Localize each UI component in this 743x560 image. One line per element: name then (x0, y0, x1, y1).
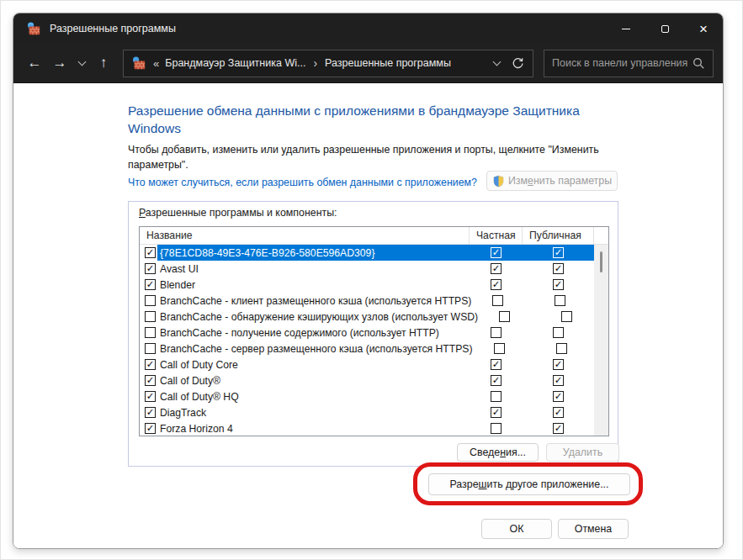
column-header-private[interactable]: Частная (470, 227, 523, 244)
close-button[interactable]: × (684, 13, 723, 44)
public-cell: ✓ (523, 263, 594, 274)
program-checkbox[interactable]: ✓ (145, 263, 156, 274)
program-name: DiagTrack (157, 407, 470, 419)
public-cell (524, 295, 596, 306)
program-checkbox[interactable] (145, 311, 156, 322)
list-item[interactable]: ✓Blender✓✓ (140, 277, 594, 293)
list-item[interactable]: ✓DiagTrack✓✓ (140, 404, 594, 420)
program-checkbox[interactable]: ✓ (145, 407, 156, 418)
program-checkbox[interactable]: ✓ (145, 375, 156, 386)
list-item[interactable]: BranchCache - сервер размещенного кэша (… (140, 341, 594, 357)
program-checkbox[interactable]: ✓ (145, 423, 156, 434)
allow-another-app-button[interactable]: Разрешить другое приложение... (428, 473, 630, 495)
private-checkbox[interactable]: ✓ (491, 247, 502, 258)
program-checkbox[interactable] (145, 295, 156, 306)
program-name: Call of Duty Core (157, 359, 470, 371)
program-name: BranchCache - клиент размещенного кэша (… (157, 295, 471, 307)
recent-pages-chevron[interactable] (72, 55, 91, 71)
private-checkbox[interactable] (491, 327, 502, 338)
private-cell (470, 327, 523, 338)
refresh-icon (512, 57, 524, 70)
scrollbar-thumb[interactable] (600, 251, 602, 272)
program-checkbox[interactable]: ✓ (145, 391, 156, 402)
list-item[interactable]: ✓Avast UI✓✓ (140, 261, 594, 277)
public-cell: ✓ (523, 247, 594, 258)
private-cell: ✓ (470, 407, 523, 418)
search-input[interactable] (552, 57, 693, 69)
private-checkbox[interactable]: ✓ (491, 263, 502, 274)
program-checkbox[interactable]: ✓ (145, 359, 156, 370)
row-highlight: BranchCache - сервер размещенного кэша (… (157, 341, 597, 357)
list-item[interactable]: ✓Call of Duty® HQ✓ (140, 388, 594, 404)
public-checkbox[interactable] (555, 295, 565, 306)
public-checkbox[interactable]: ✓ (553, 263, 564, 274)
close-icon: × (699, 22, 708, 36)
public-checkbox[interactable] (553, 327, 564, 338)
breadcrumb-parent[interactable]: Брандмауэр Защитника Wi... (165, 57, 305, 69)
forward-button[interactable]: → (47, 55, 72, 71)
list-item[interactable]: ✓Call of Duty Core✓✓ (140, 357, 594, 372)
address-bar[interactable]: « Брандмауэр Защитника Wi... › Разрешенн… (123, 50, 533, 77)
maximize-button[interactable] (645, 13, 684, 44)
public-cell: ✓ (523, 359, 594, 370)
list-item[interactable]: BranchCache - клиент размещенного кэша (… (140, 293, 594, 309)
list-item[interactable]: ✓Call of Duty®✓✓ (140, 372, 594, 388)
address-dropdown-button[interactable] (494, 55, 500, 71)
private-cell: ✓ (470, 375, 523, 386)
refresh-button[interactable] (512, 57, 524, 70)
program-checkbox[interactable] (145, 327, 156, 338)
list-item[interactable]: BranchCache - получение содержимого (исп… (140, 325, 594, 341)
help-link[interactable]: Что может случиться, если разрешить обме… (128, 177, 477, 188)
private-checkbox[interactable] (491, 423, 502, 434)
public-checkbox[interactable]: ✓ (553, 279, 564, 290)
public-checkbox[interactable]: ✓ (553, 375, 564, 386)
page-content: Разрешение обмена данными с приложениями… (13, 83, 723, 549)
public-checkbox[interactable]: ✓ (553, 359, 564, 370)
row-highlight: {78E1CD88-49E3-476E-B926-580E596AD309}✓✓ (157, 245, 594, 261)
public-cell: ✓ (523, 375, 594, 386)
row-highlight: Call of Duty®✓✓ (157, 372, 594, 388)
program-checkbox[interactable] (145, 343, 156, 354)
private-checkbox[interactable] (499, 311, 510, 322)
public-checkbox[interactable] (561, 311, 572, 322)
private-checkbox[interactable] (491, 391, 502, 402)
breadcrumb-overflow-icon[interactable]: « (153, 57, 159, 70)
page-description: Чтобы добавить, изменить или удалить раз… (128, 142, 620, 172)
vertical-scrollbar[interactable] (594, 245, 608, 436)
column-header-name[interactable]: Название (140, 227, 470, 244)
search-box[interactable] (544, 50, 714, 77)
private-checkbox[interactable]: ✓ (491, 375, 502, 386)
public-cell: ✓ (523, 423, 594, 434)
column-header-public[interactable]: Публичная (523, 227, 594, 244)
program-checkbox[interactable]: ✓ (145, 247, 156, 258)
private-checkbox[interactable]: ✓ (491, 407, 502, 418)
cancel-button[interactable]: Отмена (558, 519, 629, 539)
public-checkbox[interactable]: ✓ (553, 247, 564, 258)
private-cell (470, 391, 523, 402)
row-highlight: Call of Duty Core✓✓ (157, 357, 594, 372)
public-checkbox[interactable]: ✓ (553, 423, 564, 434)
details-button[interactable]: Сведения... (457, 443, 539, 462)
program-list-body: ✓{78E1CD88-49E3-476E-B926-580E596AD309}✓… (140, 245, 594, 436)
list-item[interactable]: ✓Forza Horizon 4✓ (140, 420, 594, 436)
program-name: {78E1CD88-49E3-476E-B926-580E596AD309} (157, 247, 470, 259)
up-button[interactable]: ↑ (91, 55, 116, 71)
program-checkbox[interactable]: ✓ (145, 279, 156, 290)
back-button[interactable]: ← (22, 55, 47, 71)
public-checkbox[interactable]: ✓ (553, 407, 564, 418)
header-padding (594, 227, 608, 244)
ok-button[interactable]: ОК (481, 519, 552, 539)
breadcrumb-current[interactable]: Разрешенные программы (325, 57, 451, 69)
private-checkbox[interactable]: ✓ (491, 279, 502, 290)
private-checkbox[interactable]: ✓ (491, 359, 502, 370)
remove-button[interactable]: Удалить (546, 443, 619, 462)
list-item[interactable]: BranchCache - обнаружение кэширующих узл… (140, 309, 594, 325)
list-item[interactable]: ✓{78E1CD88-49E3-476E-B926-580E596AD309}✓… (140, 245, 594, 261)
private-checkbox[interactable] (494, 343, 505, 354)
public-checkbox[interactable] (556, 343, 567, 354)
public-checkbox[interactable]: ✓ (553, 391, 564, 402)
change-settings-button[interactable]: Изменить параметры (486, 171, 618, 191)
private-checkbox[interactable] (492, 295, 503, 306)
minimize-button[interactable] (607, 13, 645, 44)
public-cell: ✓ (523, 407, 594, 418)
